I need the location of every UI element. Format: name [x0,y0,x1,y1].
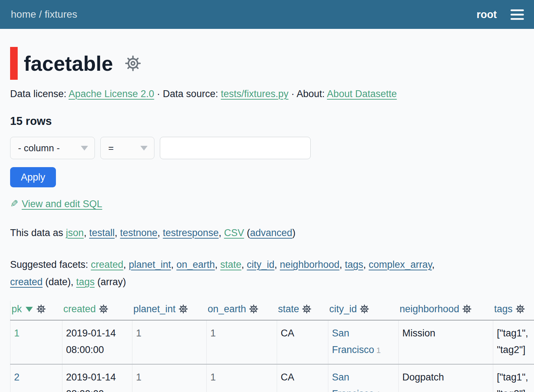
sort-desc-icon [26,307,33,312]
view-edit-sql-link[interactable]: View and edit SQL [22,199,102,209]
column-cog-icon[interactable] [96,304,109,314]
cell-pk: 2 [10,364,62,392]
breadcrumb-home-link[interactable]: home [11,9,36,20]
cell-neighborhood: Mission [399,320,493,364]
column-header-pk-link[interactable]: pk [12,304,22,314]
facet-link-created-date[interactable]: created [10,276,43,287]
city-link[interactable]: San Francisco [332,328,374,355]
column-cog-icon[interactable] [246,304,259,314]
hamburger-icon [511,18,524,20]
column-header-created: created [62,301,132,320]
table-header-row: pk created planet_int on_earth state [10,301,534,320]
about-link[interactable]: About Datasette [327,88,397,99]
user-link[interactable]: root [477,9,497,21]
column-cog-icon[interactable] [299,304,312,314]
source-label: Data source: [163,88,218,99]
cell-tags: ["tag1", "tag3"] [493,364,534,392]
facet-link-tags[interactable]: tags [345,259,363,270]
column-header-planet-int-link[interactable]: planet_int [134,304,176,314]
license-label: Data license: [10,88,66,99]
column-header-created-link[interactable]: created [64,304,96,314]
column-header-neighborhood-link[interactable]: neighborhood [400,304,459,314]
operator-select[interactable]: = [100,137,154,159]
column-cog-icon[interactable] [176,304,188,314]
facet-link-planet-int[interactable]: planet_int [129,259,171,270]
pk-link[interactable]: 1 [14,328,19,339]
column-cog-icon[interactable] [357,304,369,314]
chevron-down-icon [81,146,88,151]
facet-link-city-id[interactable]: city_id [247,259,275,270]
cell-state: CA [277,320,328,364]
column-header-on-earth-link[interactable]: on_earth [208,304,246,314]
column-header-state-link[interactable]: state [278,304,299,314]
export-link-json[interactable]: json [66,227,84,238]
page-header: facetable [10,47,534,80]
menu-button[interactable] [510,8,525,21]
cell-neighborhood: Dogpatch [399,364,493,392]
fk-id-badge: 1 [376,346,381,355]
license-link[interactable]: Apache License 2.0 [69,88,154,99]
column-header-city-id-link[interactable]: city_id [329,304,357,314]
cell-created: 2019-01-14 08:00:00 [62,364,132,392]
column-header-planet-int: planet_int [132,301,207,320]
export-link-testall[interactable]: testall [89,227,115,238]
facet-link-neighborhood[interactable]: neighborhood [280,259,340,270]
sql-line: ✎ View and edit SQL [10,198,534,210]
export-link-csv[interactable]: CSV [224,227,244,238]
export-link-advanced[interactable]: advanced [250,227,292,238]
column-header-on-earth: on_earth [207,301,277,320]
cell-pk: 1 [10,320,62,364]
column-select[interactable]: - column - [10,137,95,159]
fk-id-badge: 1 [376,390,381,392]
advanced-paren: ( [247,227,250,238]
facet-link-on-earth[interactable]: on_earth [176,259,215,270]
export-link-testresponse[interactable]: testresponse [163,227,219,238]
source-link[interactable]: tests/fixtures.py [221,88,289,99]
table-row: 2 2019-01-14 08:00:00 1 1 CA San Francis… [10,364,534,392]
column-header-neighborhood: neighborhood [399,301,493,320]
facet-link-created[interactable]: created [91,259,123,270]
column-header-city-id: city_id [328,301,399,320]
column-cog-icon[interactable] [34,304,46,314]
hamburger-icon [511,9,524,11]
column-header-tags: tags [493,301,534,320]
breadcrumb-separator: / [39,9,42,20]
page-title: facetable [24,52,113,75]
cell-on-earth: 1 [207,364,277,392]
cell-state: CA [277,364,328,392]
pk-link[interactable]: 2 [14,372,19,383]
export-prefix: This data as [10,227,63,238]
pencil-icon: ✎ [10,198,18,210]
metadata-line: Data license: Apache License 2.0 · Data … [10,88,534,100]
table-row: 1 2019-01-14 08:00:00 1 1 CA San Francis… [10,320,534,364]
facet-link-tags-array[interactable]: tags [76,276,95,287]
suggested-facets: Suggested facets: created, planet_int, o… [10,256,526,291]
city-link[interactable]: San Francisco [332,372,374,392]
facet-link-state[interactable]: state [220,259,241,270]
column-cog-icon[interactable] [459,304,472,314]
breadcrumb-fixtures-link[interactable]: fixtures [45,9,77,20]
row-count: 15 rows [10,115,534,128]
column-header-tags-link[interactable]: tags [494,304,513,314]
export-links: This data as json, testall, testnone, te… [10,224,526,241]
facet-link-complex-array[interactable]: complex_array [369,259,432,270]
facets-prefix: Suggested facets: [10,259,88,270]
dot-separator: · [157,88,160,99]
table-settings-gear-icon[interactable] [124,55,142,72]
filter-value-input[interactable] [160,137,311,159]
table-container: pk created planet_int on_earth state [10,301,534,392]
column-cog-icon[interactable] [513,304,525,314]
cell-created: 2019-01-14 08:00:00 [62,320,132,364]
cell-city-id: San Francisco1 [328,364,399,392]
apply-button[interactable]: Apply [10,167,56,187]
cell-planet-int: 1 [132,320,207,364]
filter-row: - column - = [10,137,534,159]
operator-select-value: = [108,143,114,154]
export-link-testnone[interactable]: testnone [120,227,158,238]
breadcrumb: home/fixtures [11,9,77,20]
chevron-down-icon [140,146,148,151]
nav-right: root [477,8,525,21]
accent-bar [10,47,18,80]
hamburger-icon [511,14,524,16]
advanced-paren: ) [292,227,296,238]
